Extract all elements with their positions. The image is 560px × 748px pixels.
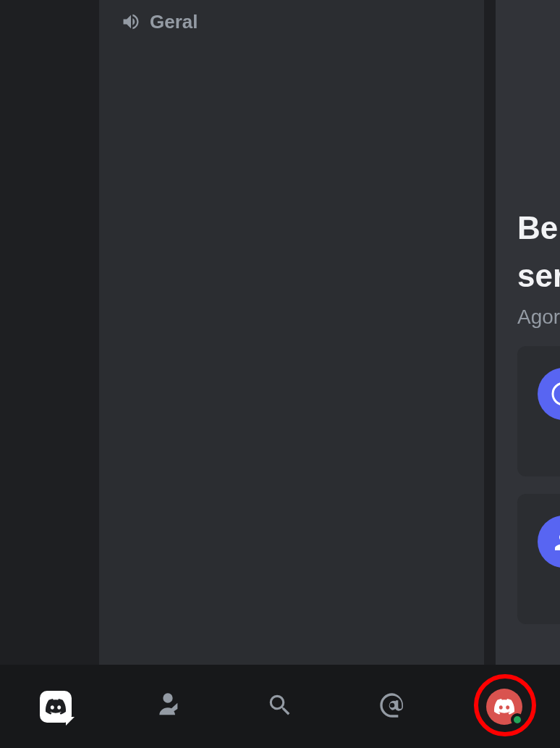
status-online-dot	[511, 713, 524, 726]
onboarding-card[interactable]	[517, 346, 560, 476]
nav-search-button[interactable]	[258, 685, 302, 728]
voice-channel-item[interactable]: Geral	[99, 0, 484, 43]
speaker-icon	[121, 12, 141, 32]
welcome-title-line2: servidor	[517, 252, 560, 300]
discord-logo-icon	[40, 691, 72, 723]
voice-channel-label: Geral	[150, 11, 198, 33]
onboarding-action-icon	[538, 368, 560, 420]
nav-friends-button[interactable]	[146, 685, 190, 728]
friends-icon	[153, 691, 182, 722]
svg-point-0	[553, 383, 560, 405]
welcome-timestamp: Agora	[517, 306, 560, 329]
nav-home-button[interactable]	[34, 685, 77, 728]
panel-divider	[484, 0, 496, 665]
bottom-navigation	[0, 665, 560, 748]
mention-icon	[378, 691, 407, 722]
welcome-title-line1: Bem-vindo ao	[517, 204, 560, 252]
chat-panel: Bem-vindo ao servidor Agora	[496, 0, 560, 665]
search-icon	[266, 692, 294, 721]
welcome-block: Bem-vindo ao servidor Agora	[517, 204, 560, 329]
user-avatar	[486, 689, 522, 725]
channel-list-panel: Geral	[99, 0, 484, 665]
server-list-column	[0, 0, 99, 665]
onboarding-card[interactable]	[517, 494, 560, 624]
nav-profile-button[interactable]	[483, 685, 526, 728]
onboarding-action-icon	[538, 516, 560, 568]
nav-mentions-button[interactable]	[370, 685, 414, 728]
